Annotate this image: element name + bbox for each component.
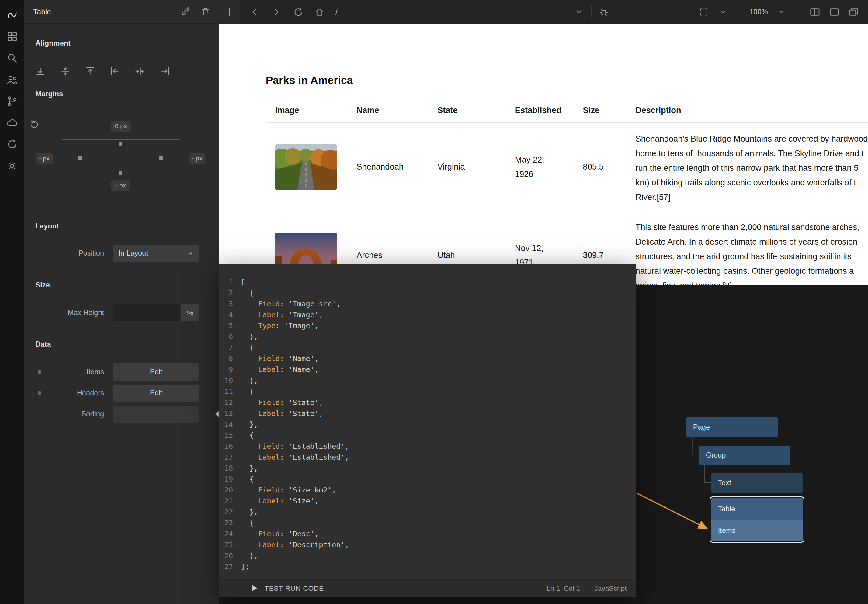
fit-to-screen-icon[interactable] (698, 6, 709, 17)
code-text: ]; (241, 561, 250, 572)
navigation-path[interactable]: / (335, 8, 338, 16)
margin-left-value[interactable]: - px (36, 153, 53, 164)
preview-toolbar: / 100% (219, 0, 868, 24)
panel-header: Table (24, 0, 219, 24)
split-horizontal-icon[interactable] (829, 6, 840, 17)
code-text: Field: 'Size_km2', (241, 485, 336, 496)
max-height-input[interactable] (113, 304, 180, 321)
selected-node-title: Table (33, 8, 51, 16)
add-node-button[interactable] (219, 0, 240, 24)
items-label: Items (35, 368, 113, 376)
table-body: ShenandoahVirginiaMay 22, 1926805.5Shena… (266, 123, 868, 285)
fit-chevron-down-icon[interactable] (718, 6, 728, 17)
description-cell: Shenandoah's Blue Ridge Mountains are co… (636, 123, 868, 211)
node-table-items-port[interactable]: Items (711, 520, 803, 541)
node-page[interactable]: Page (687, 417, 778, 437)
layout-section: Layout Position In Layout (24, 211, 219, 271)
line-number: 6 (219, 331, 241, 342)
zoom-chevron-down-icon[interactable] (776, 6, 787, 17)
app-window: Table Alignment Margins 0 px (0, 0, 868, 604)
line-number: 21 (219, 496, 241, 507)
home-icon[interactable] (314, 6, 325, 17)
reload-icon[interactable] (292, 6, 303, 17)
code-editor: 1[2 {3 Field: 'Image_src',4 Label: 'Imag… (219, 264, 636, 597)
back-icon[interactable] (249, 6, 260, 17)
line-number: 27 (219, 561, 241, 572)
code-text: { (241, 474, 254, 485)
description-cell: This site features more than 2,000 natur… (636, 211, 868, 285)
margin-bottom-handle[interactable] (119, 171, 122, 175)
node-table[interactable]: Table Items (711, 498, 803, 541)
margin-left-handle[interactable] (79, 156, 82, 160)
sorting-field[interactable] (113, 406, 199, 423)
line-number: 2 (219, 287, 241, 298)
preview-chevron-down-icon[interactable] (574, 6, 584, 17)
reset-margins-icon[interactable] (29, 119, 39, 128)
margin-top-handle[interactable] (119, 142, 122, 146)
code-text: { (241, 517, 254, 528)
position-dropdown[interactable]: In Layout (113, 245, 199, 262)
line-number: 14 (219, 419, 241, 430)
align-right-icon[interactable] (160, 66, 170, 76)
headers-connection-marker (215, 411, 219, 417)
code-text: { (241, 386, 254, 397)
rename-icon[interactable] (180, 7, 191, 17)
code-text: Label: 'Image', (241, 309, 323, 320)
node-group[interactable]: Group (699, 446, 790, 465)
line-number: 20 (219, 485, 241, 496)
sorting-label: Sorting (35, 410, 113, 418)
window-restore-icon[interactable] (848, 6, 859, 17)
line-number: 23 (219, 517, 241, 528)
node-text[interactable]: Text (711, 473, 803, 493)
version-control-icon[interactable] (6, 95, 18, 107)
line-number: 17 (219, 452, 241, 463)
items-edit-button[interactable]: Edit (113, 363, 199, 380)
search-icon[interactable] (6, 52, 18, 64)
cloud-icon[interactable] (6, 117, 18, 129)
delete-icon[interactable] (200, 7, 211, 17)
line-number: 18 (219, 463, 241, 474)
zoom-level[interactable]: 100% (749, 8, 768, 16)
code-text: { (241, 287, 254, 298)
headers-edit-button[interactable]: Edit (113, 385, 199, 402)
margin-right-value[interactable]: - px (189, 153, 206, 164)
line-number: 13 (219, 408, 241, 419)
node-table-header[interactable]: Table (711, 498, 803, 520)
line-number: 8 (219, 353, 241, 364)
margin-bottom-value[interactable]: - px (111, 180, 130, 191)
code-text: }, (241, 331, 258, 342)
properties-panel: Table Alignment Margins 0 px (24, 0, 219, 604)
settings-icon[interactable] (6, 160, 18, 172)
margins-section: Margins 0 px - px - px - px (24, 80, 219, 198)
line-number: 24 (219, 528, 241, 539)
margin-top-value[interactable]: 0 px (111, 120, 131, 131)
align-vertical-center-icon[interactable] (60, 66, 70, 76)
margins-label: Margins (35, 90, 208, 98)
collaboration-icon[interactable] (6, 74, 18, 86)
align-bottom-icon[interactable] (35, 66, 45, 76)
language-mode[interactable]: JavaScript (594, 584, 626, 592)
logo-icon[interactable] (6, 9, 18, 21)
deploy-icon[interactable] (6, 138, 18, 150)
align-top-icon[interactable] (85, 66, 95, 76)
debug-icon[interactable] (598, 6, 609, 17)
align-horizontal-center-icon[interactable] (135, 66, 145, 76)
forward-icon[interactable] (271, 6, 282, 17)
column-header-description: Description (636, 105, 868, 115)
code-text: [ (241, 277, 245, 287)
margin-right-handle[interactable] (160, 156, 163, 160)
column-header-established: Established (515, 105, 583, 115)
code-lines[interactable]: 1[2 {3 Field: 'Image_src',4 Label: 'Imag… (219, 264, 636, 579)
code-text: { (241, 342, 254, 353)
cursor-position: Ln 1, Col 1 (547, 584, 580, 592)
max-height-unit-button[interactable]: % (181, 304, 199, 321)
split-vertical-icon[interactable] (809, 6, 820, 17)
line-number: 26 (219, 550, 241, 561)
table-component-preview[interactable]: ImageNameStateEstablishedSizeDescription… (266, 98, 868, 285)
test-run-code-button[interactable]: TEST RUN CODE (252, 584, 324, 592)
line-number: 7 (219, 342, 241, 353)
components-icon[interactable] (6, 30, 18, 43)
align-left-icon[interactable] (110, 66, 120, 76)
size-label: Size (35, 281, 208, 289)
size-section: Size Max Height % (24, 271, 219, 330)
